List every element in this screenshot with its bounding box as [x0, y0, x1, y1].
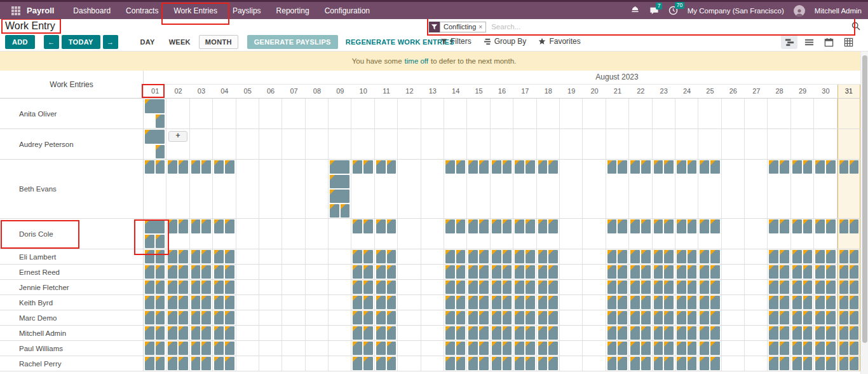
- work-entry-block[interactable]: [654, 265, 663, 279]
- day-cell[interactable]: [166, 234, 189, 249]
- work-entry-block[interactable]: [664, 296, 674, 309]
- work-entry-block[interactable]: [330, 204, 339, 218]
- day-cell[interactable]: [444, 219, 467, 234]
- work-entry-block[interactable]: [376, 280, 386, 294]
- activities-clock-icon[interactable]: 70: [668, 6, 678, 15]
- work-entry-block[interactable]: [201, 326, 211, 340]
- day-cell[interactable]: [166, 280, 189, 294]
- day-cell[interactable]: [467, 265, 490, 279]
- work-entry-block[interactable]: [618, 160, 627, 174]
- work-entry-block[interactable]: [688, 219, 697, 233]
- day-cell[interactable]: [190, 265, 213, 279]
- day-cell[interactable]: [745, 249, 768, 264]
- day-cell[interactable]: [213, 249, 236, 264]
- day-cell[interactable]: [791, 144, 814, 160]
- work-entry-block[interactable]: [468, 357, 478, 370]
- work-entry-block[interactable]: [607, 160, 617, 174]
- day-cell[interactable]: [236, 295, 259, 310]
- day-cell[interactable]: [421, 174, 444, 189]
- day-cell[interactable]: [629, 280, 652, 294]
- work-entry-block[interactable]: [780, 219, 789, 233]
- work-entry-block[interactable]: [641, 219, 651, 233]
- day-cell[interactable]: [282, 174, 305, 189]
- day-cell[interactable]: [190, 99, 213, 114]
- work-entry-block[interactable]: [201, 219, 211, 233]
- day-cell[interactable]: [653, 144, 675, 160]
- day-cell[interactable]: [375, 356, 398, 371]
- day-cell[interactable]: [144, 265, 166, 279]
- day-cell[interactable]: [583, 204, 606, 218]
- day-cell[interactable]: [791, 160, 814, 174]
- day-cell[interactable]: [745, 114, 768, 129]
- work-entry-block[interactable]: [710, 280, 720, 294]
- day-cell[interactable]: [306, 99, 329, 114]
- day-cell[interactable]: [375, 265, 398, 279]
- day-cell[interactable]: [259, 189, 282, 204]
- work-entry-block[interactable]: [688, 280, 697, 294]
- day-cell[interactable]: [398, 295, 421, 310]
- day-cell[interactable]: [375, 341, 398, 356]
- day-cell[interactable]: [398, 234, 421, 249]
- day-cell[interactable]: [537, 129, 560, 144]
- day-cell[interactable]: [791, 326, 814, 340]
- work-entry-block[interactable]: [654, 326, 663, 340]
- work-entry-block[interactable]: [515, 342, 524, 355]
- day-cell[interactable]: [491, 280, 513, 294]
- work-entry-block[interactable]: [503, 311, 512, 324]
- work-entry-block[interactable]: [479, 219, 489, 233]
- work-entry-block[interactable]: [145, 219, 165, 233]
- work-entry-block[interactable]: [641, 296, 651, 309]
- day-cell[interactable]: [513, 265, 536, 279]
- day-cell[interactable]: [306, 280, 329, 294]
- work-entry-block[interactable]: [654, 219, 663, 233]
- day-cell[interactable]: [653, 114, 675, 129]
- day-cell[interactable]: [606, 114, 629, 129]
- work-entry-block[interactable]: [700, 296, 709, 309]
- work-entry-block[interactable]: [503, 296, 512, 309]
- work-entry-block[interactable]: [710, 250, 720, 263]
- work-entry-block[interactable]: [618, 250, 627, 263]
- day-cell[interactable]: [329, 129, 351, 144]
- day-cell[interactable]: [491, 204, 513, 218]
- work-entry-block[interactable]: [780, 357, 789, 370]
- work-entry-block[interactable]: [353, 311, 362, 324]
- work-entry-block[interactable]: [548, 342, 558, 355]
- day-cell[interactable]: [306, 249, 329, 264]
- day-cell[interactable]: [675, 219, 698, 234]
- day-cell[interactable]: [675, 114, 698, 129]
- day-cell[interactable]: [768, 249, 790, 264]
- work-entry-block[interactable]: [515, 357, 524, 370]
- day-cell[interactable]: [421, 295, 444, 310]
- day-cell[interactable]: [421, 160, 444, 174]
- day-cell[interactable]: [745, 160, 768, 174]
- day-cell[interactable]: [513, 129, 536, 144]
- work-entry-block[interactable]: [618, 311, 627, 324]
- day-cell[interactable]: [675, 234, 698, 249]
- work-entry-block[interactable]: [641, 357, 651, 370]
- work-entry-block[interactable]: [700, 280, 709, 294]
- day-cell[interactable]: [768, 160, 790, 174]
- day-cell[interactable]: [491, 326, 513, 340]
- day-cell[interactable]: [166, 326, 189, 340]
- day-cell[interactable]: [722, 129, 745, 144]
- work-entry-block[interactable]: [641, 250, 651, 263]
- work-entry-block[interactable]: [468, 296, 478, 309]
- work-entry-block[interactable]: [363, 296, 373, 309]
- work-entry-block[interactable]: [456, 280, 466, 294]
- work-entry-block[interactable]: [515, 265, 524, 279]
- day-cell[interactable]: [560, 249, 583, 264]
- work-entry-block[interactable]: [503, 280, 512, 294]
- day-cell[interactable]: [444, 160, 467, 174]
- day-cell[interactable]: [768, 129, 790, 144]
- day-cell[interactable]: [491, 189, 513, 204]
- work-entry-block[interactable]: [363, 342, 373, 355]
- work-entry-block[interactable]: [826, 160, 836, 174]
- work-entry-block[interactable]: [468, 265, 478, 279]
- work-entry-block[interactable]: [826, 311, 836, 324]
- work-entry-block[interactable]: [664, 219, 674, 233]
- work-entry-block[interactable]: [376, 342, 386, 355]
- day-header-31[interactable]: 31: [837, 85, 860, 98]
- work-entry-block[interactable]: [168, 296, 177, 309]
- work-entry-block[interactable]: [664, 357, 674, 370]
- day-cell[interactable]: [583, 114, 606, 129]
